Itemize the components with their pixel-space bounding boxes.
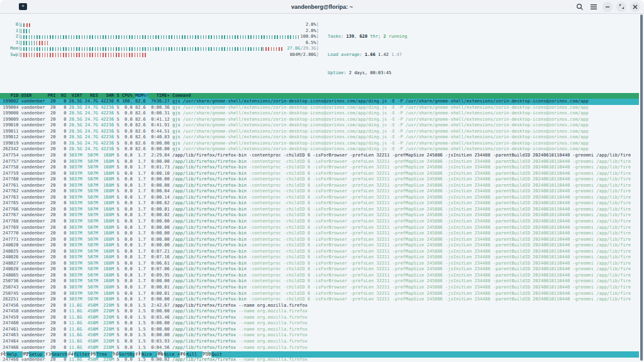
table-row[interactable]: 247458 vandenber 20 0 11.6G 458M 228M S … <box>0 309 639 315</box>
table-row[interactable]: 247765 vandenber 20 0 3037M 507M 168M S … <box>0 200 639 207</box>
table-row[interactable]: 247456 vandenber 20 0 11.6G 458M 228M S … <box>0 303 639 309</box>
minimize-button[interactable] <box>602 2 613 12</box>
table-row[interactable]: 250736 vandenber 20 0 3037M 507M 168M S … <box>0 278 639 285</box>
fnkey-f10[interactable]: F10 <box>203 351 212 358</box>
cpu-memory-meters: 0[2.0%]1[2.0%]2[100.0%]3[6.5%]Mem[27.0G/… <box>3 22 319 89</box>
row-pid-user: 248025 vandenber 20 0 <box>0 249 69 255</box>
table-row[interactable]: 247757 vandenber 20 0 3037M 507M 168M S … <box>0 159 639 165</box>
table-row[interactable]: 262342 vandenber 20 0 28.5G 24.7G 42236 … <box>0 146 639 153</box>
search-icon[interactable] <box>575 2 585 12</box>
row-command: /app/lib/firefox/firefox-bin -contentpro… <box>172 225 631 231</box>
command-args: /usr/share/gnome-shell/extensions/zorin-… <box>180 117 589 122</box>
command-basename: /app/lib/firefox/firefox-bin <box>172 261 247 266</box>
close-button[interactable] <box>630 2 640 12</box>
table-row[interactable]: 247758 vandenber 20 0 3037M 507M 168M S … <box>0 165 639 171</box>
table-row[interactable]: 247769 vandenber 20 0 3037M 507M 168M S … <box>0 225 639 231</box>
table-row[interactable]: 247762 vandenber 20 0 3037M 507M 168M S … <box>0 189 639 195</box>
row-pid-user: 247765 vandenber 20 0 <box>0 200 69 207</box>
table-row[interactable]: 247459 vandenber 20 0 11.6G 458M 228M S … <box>0 315 639 321</box>
meter-bar: 100.0% <box>21 34 316 40</box>
table-row[interactable]: 199019 vandenber 20 0 28.5G 24.7G 42236 … <box>0 141 639 147</box>
command-basename: /app/lib/firefox/firefox-bin <box>172 237 247 242</box>
row-command: /app/lib/firefox/firefox --name org.mozi… <box>172 309 308 315</box>
command-args: -contentproc -childID 6 -isForBrowser -p… <box>247 237 631 242</box>
table-row[interactable]: 199009 vandenber 20 0 28.5G 24.7G 42236 … <box>0 117 639 123</box>
terminal-scrollbar[interactable] <box>640 14 643 361</box>
fnkey-label-sortby[interactable]: SortBy <box>119 351 135 358</box>
row-command: /app/lib/firefox/firefox --name org.mozi… <box>172 303 308 309</box>
table-row[interactable]: 199011 vandenber 20 0 28.5G 24.7G 42236 … <box>0 129 639 135</box>
fnkey-label-setup[interactable]: Setup <box>29 351 45 358</box>
table-row[interactable]: 247768 vandenber 20 0 3037M 507M 168M S … <box>0 219 639 225</box>
header-sort-column-mem[interactable]: MEM%▽ <box>135 93 148 99</box>
fnkey-label-nice[interactable]: Nice - <box>142 351 157 358</box>
table-row[interactable]: 247771 vandenber 20 0 3037M 507M 168M S … <box>0 237 639 243</box>
meter-value: 100.0% <box>299 34 316 40</box>
row-mem-values: 11.6G 458M 228M <box>69 327 114 333</box>
fnkey-f8[interactable]: F8 <box>157 351 164 358</box>
fnkey-f5[interactable]: F5 <box>90 351 96 358</box>
row-state-cpu-time: S 0.0 1.7 0:00.00 <box>114 297 172 303</box>
table-row[interactable]: 199008 vandenber 20 0 28.5G 24.7G 42236 … <box>0 111 639 117</box>
table-row[interactable]: 248027 vandenber 20 0 3037M 507M 168M S … <box>0 261 639 267</box>
table-row[interactable]: 247460 vandenber 20 0 11.6G 458M 228M S … <box>0 321 639 327</box>
table-row[interactable]: 247761 vandenber 20 0 3037M 507M 168M S … <box>0 183 639 189</box>
table-row[interactable]: 247754 vandenber 20 0 3037M 507M 168M S … <box>0 153 639 159</box>
table-row[interactable]: 247766 vandenber 20 0 3037M 507M 168M S … <box>0 207 639 213</box>
fnkey-f2[interactable]: F2 <box>23 351 29 358</box>
table-row[interactable]: 247763 vandenber 20 0 3037M 507M 168M S … <box>0 195 639 201</box>
table-row[interactable]: 247464 vandenber 20 0 11.6G 458M 228M S … <box>0 339 639 345</box>
table-row[interactable]: 199004 vandenber 20 0 28.5G 24.7G 42236 … <box>0 105 639 111</box>
meter-1: 1[2.0%] <box>3 28 319 35</box>
row-command: /app/lib/firefox/firefox --name org.mozi… <box>172 332 308 339</box>
row-state-cpu-time: S 0.0 1.7 0:07.06 <box>114 266 172 273</box>
fnkey-label-search[interactable]: Search <box>52 351 67 358</box>
table-header-row[interactable]: PID USER PRI NI VIRT RES SHR S CPU% MEM%… <box>0 93 639 99</box>
command-args: --name org.mozilla.firefox <box>236 345 308 350</box>
command-args: -contentproc -childID 6 -isForBrowser -p… <box>247 183 631 188</box>
table-row[interactable]: 199002 vandenber 20 0 28.5G 24.7G 42236 … <box>0 99 639 105</box>
row-state-cpu-time: S 0.0 1.7 0:00.04 <box>114 189 172 195</box>
fnkey-label-quit[interactable]: Quit <box>211 351 227 358</box>
table-row[interactable]: 247759 vandenber 20 0 3037M 507M 168M S … <box>0 171 639 177</box>
table-row[interactable]: 248025 vandenber 20 0 3037M 507M 168M S … <box>0 249 639 255</box>
row-mem-values: 3037M 507M 168M <box>69 200 114 207</box>
table-row[interactable]: 248026 vandenber 20 0 3037M 507M 168M S … <box>0 255 639 261</box>
row-mem-values: 3037M 507M 168M <box>69 237 114 243</box>
fnkey-f1[interactable]: F1 <box>0 351 6 358</box>
table-row[interactable]: 247463 vandenber 20 0 11.6G 458M 228M S … <box>0 332 639 339</box>
menu-icon[interactable] <box>589 2 599 12</box>
window-controls <box>575 2 640 12</box>
table-row[interactable]: 247770 vandenber 20 0 3037M 507M 168M S … <box>0 231 639 237</box>
table-row[interactable]: 262251 vandenber 20 0 3037M 507M 168M S … <box>0 297 639 303</box>
restore-button[interactable] <box>616 2 626 12</box>
row-state-cpu-time: S 0.0 1.7 0:00.00 <box>114 225 172 231</box>
table-row[interactable]: 250745 vandenber 20 0 3037M 507M 168M S … <box>0 291 639 297</box>
fnkey-f4[interactable]: F4 <box>67 351 74 358</box>
fnkey-f6[interactable]: F6 <box>113 351 119 358</box>
table-row[interactable]: 248065 vandenber 20 0 3037M 507M 168M S … <box>0 273 639 279</box>
table-row[interactable]: 199010 vandenber 20 0 28.5G 24.7G 42236 … <box>0 123 639 129</box>
table-row[interactable]: 247760 vandenber 20 0 3037M 507M 168M S … <box>0 177 639 183</box>
command-basename: gjs <box>172 129 180 134</box>
table-row[interactable]: 247461 vandenber 20 0 11.6G 458M 228M S … <box>0 327 639 333</box>
fnkey-f9[interactable]: F9 <box>180 351 186 358</box>
table-row[interactable]: 247767 vandenber 20 0 3037M 507M 168M S … <box>0 212 639 219</box>
table-row[interactable]: 247466 vandenber 20 0 11.6G 458M 228M S … <box>0 345 639 351</box>
table-row[interactable]: 248020 vandenber 20 0 3037M 507M 168M S … <box>0 243 639 249</box>
table-row[interactable]: 250743 vandenber 20 0 3037M 507M 168M S … <box>0 285 639 291</box>
fnkey-label-tree[interactable]: Tree <box>96 351 112 358</box>
row-pid-user: 262342 vandenber 20 0 <box>0 146 69 153</box>
fnkey-label-nice[interactable]: Nice + <box>164 351 180 358</box>
terminal-tab-icon[interactable]: + <box>19 3 27 10</box>
row-command: gjs /usr/share/gnome-shell/extensions/zo… <box>172 117 589 123</box>
table-row[interactable]: 248028 vandenber 20 0 3037M 507M 168M S … <box>0 266 639 273</box>
fnkey-label-filter[interactable]: Filter <box>74 351 90 358</box>
table-row[interactable]: 199012 vandenber 20 0 28.5G 24.7G 42236 … <box>0 134 639 141</box>
command-basename: /app/lib/firefox/firefox-bin <box>172 165 247 170</box>
fnkey-f7[interactable]: F7 <box>135 351 141 358</box>
row-pid-user: 247758 vandenber 20 0 <box>0 165 69 171</box>
fnkey-label-help[interactable]: Help <box>6 351 22 358</box>
fnkey-f3[interactable]: F3 <box>45 351 51 358</box>
fnkey-label-kill[interactable]: Kill <box>186 351 202 358</box>
